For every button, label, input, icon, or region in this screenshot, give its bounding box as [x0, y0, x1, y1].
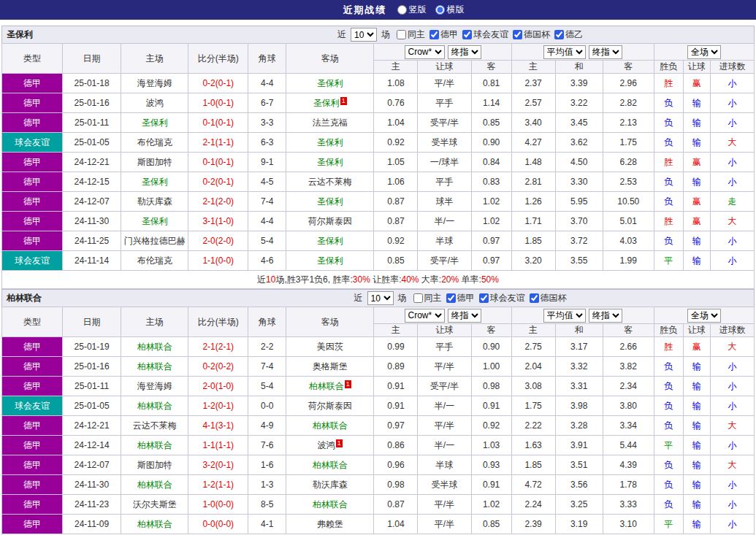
odds-home: 0.76: [374, 93, 418, 113]
layout-radio-input-vertical[interactable]: [397, 5, 407, 15]
team-name-text: 荷尔斯泰因: [308, 216, 352, 226]
results-table: 类型 日期 主场 比分(半场) 角球 客场 Crow*终指 平均值终指 全场 主…: [1, 307, 755, 535]
filter-checkbox-same-home[interactable]: 同主: [409, 292, 442, 304]
filter-checkbox-dfb-pokal[interactable]: 德国杯: [508, 28, 550, 41]
avg-home: 1.63: [511, 436, 555, 455]
layout-radio-group: 竖版横版: [397, 4, 465, 16]
match-count-select[interactable]: 10: [367, 291, 394, 305]
team-name-text: 柏林联合: [313, 499, 348, 509]
team-name-text: 斯图加特: [137, 157, 172, 167]
team-name-text: 弗赖堡: [317, 519, 343, 529]
corner-score: 4-6: [248, 251, 286, 271]
avg-stage-select[interactable]: 终指: [589, 45, 622, 59]
odds-away: 0.85: [471, 113, 511, 133]
filter-checkbox-input-club-friendly[interactable]: [479, 293, 489, 303]
scope-select[interactable]: 全场: [687, 45, 721, 59]
scope-select-group: 全场: [654, 44, 754, 61]
avg-draw: 3.39: [555, 74, 603, 93]
match-row: 球会友谊 24-11-14 布伦瑞克 1-1(0-0) 4-6 圣保利 0.85…: [2, 251, 755, 271]
avg-draw: 3.91: [555, 436, 603, 455]
result-goals: 小: [710, 357, 754, 377]
team-name-text: 海登海姆: [137, 78, 172, 88]
odds-company-select[interactable]: Crow*: [405, 45, 445, 59]
layout-radio-vertical[interactable]: 竖版: [397, 4, 427, 16]
filter-checkbox-input-dfb-pokal[interactable]: [530, 293, 539, 303]
match-row: 德甲 25-01-16 波鸿 1-0(0-1) 6-7 圣保利1 0.76 平手…: [2, 93, 755, 113]
avg-home: 2.57: [511, 93, 555, 113]
filter-checkbox-club-friendly[interactable]: 球会友谊: [475, 292, 525, 304]
avg-type-select[interactable]: 平均值: [543, 45, 586, 59]
col-header-odds-home: 主: [374, 324, 418, 337]
col-header-date: 日期: [63, 307, 121, 337]
result-outcome: 胜: [654, 337, 683, 357]
avg-home: 1.48: [511, 153, 555, 172]
filter-checkbox-input-bundesliga[interactable]: [429, 30, 439, 39]
match-row: 德甲 24-11-25 门兴格拉德巴赫 2-0(2-0) 5-4 圣保利 0.9…: [2, 231, 755, 251]
team-name-text: 沃尔夫斯堡: [133, 499, 177, 509]
result-goals: 小: [710, 515, 754, 534]
odds-handicap: 平/半: [418, 495, 471, 515]
match-date: 24-12-07: [63, 455, 121, 475]
match-score: 1-0(0-0): [188, 495, 248, 515]
col-header-home: 主场: [121, 307, 188, 337]
result-handicap-bet: 输: [683, 495, 710, 515]
filter-checkbox-input-same-home[interactable]: [413, 293, 423, 303]
col-header-score: 比分(半场): [188, 307, 248, 337]
odds-away: 0.92: [471, 416, 511, 436]
result-handicap-bet: 赢: [683, 153, 710, 172]
league-cell: 德甲: [2, 495, 63, 515]
corner-score: 7-4: [248, 357, 286, 377]
result-handicap-bet: 输: [683, 172, 710, 192]
odds-stage-select[interactable]: 终指: [448, 309, 481, 323]
odds-stage-select[interactable]: 终指: [448, 45, 481, 59]
filter-checkbox-bundesliga2[interactable]: 德乙: [550, 28, 583, 41]
match-date: 24-12-14: [63, 436, 121, 455]
result-handicap-bet: 赢: [683, 74, 710, 93]
topbar: 近期战绩 竖版横版: [0, 0, 756, 20]
match-row: 德甲 24-11-30 柏林联合 1-2(1-1) 1-3 勒沃库森 0.98 …: [2, 475, 755, 495]
odds-away: 0.85: [471, 515, 511, 534]
match-row: 德甲 25-01-11 圣保利 0-1(0-1) 3-3 法兰克福 1.04 受…: [2, 113, 755, 133]
filter-checkbox-input-bundesliga[interactable]: [446, 293, 456, 303]
filter-checkbox-club-friendly[interactable]: 球会友谊: [458, 28, 508, 41]
odds-company-select[interactable]: Crow*: [405, 309, 445, 323]
filter-checkbox-input-bundesliga2[interactable]: [554, 30, 564, 39]
filter-checkbox-input-same-home[interactable]: [397, 30, 406, 39]
odds-handicap: 受半球: [418, 475, 471, 495]
odds-home: 0.91: [374, 377, 418, 396]
filter-checkbox-bundesliga[interactable]: 德甲: [442, 292, 475, 304]
league-cell: 球会友谊: [2, 251, 63, 271]
filter-checkbox-input-dfb-pokal[interactable]: [513, 30, 522, 39]
result-handicap-bet: 输: [683, 455, 710, 475]
match-date: 24-11-23: [63, 495, 121, 515]
result-outcome: 负: [654, 455, 683, 475]
odds-away: 0.91: [471, 396, 511, 416]
filter-checkbox-bundesliga[interactable]: 德甲: [425, 28, 458, 41]
filter-checkbox-same-home[interactable]: 同主: [392, 28, 425, 41]
odds-handicap: 球半: [418, 192, 471, 212]
filter-checkbox-input-club-friendly[interactable]: [462, 30, 472, 39]
avg-type-select[interactable]: 平均值: [543, 309, 586, 323]
odds-handicap: 受平/半: [418, 251, 471, 271]
match-count-select[interactable]: 10: [351, 28, 377, 42]
home-team: 布伦瑞克: [121, 133, 188, 153]
avg-stage-select[interactable]: 终指: [589, 309, 622, 323]
avg-home: 1.85: [511, 455, 555, 475]
layout-radio-input-horizontal[interactable]: [435, 5, 445, 15]
home-team: 门兴格拉德巴赫: [121, 231, 188, 251]
team-name-text: 圣保利: [317, 157, 343, 167]
layout-radio-horizontal[interactable]: 横版: [435, 4, 465, 16]
odds-away: 1.00: [471, 357, 511, 377]
avg-away: 1.78: [603, 475, 654, 495]
avg-draw: 3.45: [555, 113, 603, 133]
team-name-text: 云达不莱梅: [308, 177, 352, 187]
filter-checkbox-dfb-pokal[interactable]: 德国杯: [525, 292, 567, 304]
scope-select[interactable]: 全场: [687, 309, 721, 323]
away-team: 美因茨: [286, 337, 374, 357]
team-name-text: 柏林联合: [313, 420, 348, 431]
team-section-st-pauli: 圣保利 近 10 场 同主德甲球会友谊德国杯德乙 类型 日期 主场 比分(半场): [1, 26, 755, 289]
match-row: 德甲 24-12-21 云达不莱梅 4-1(3-1) 4-9 柏林联合 0.97…: [2, 416, 755, 436]
col-header-avg-away: 客: [603, 61, 654, 74]
odds-away: 0.97: [471, 231, 511, 251]
away-team: 云达不莱梅: [286, 172, 374, 192]
